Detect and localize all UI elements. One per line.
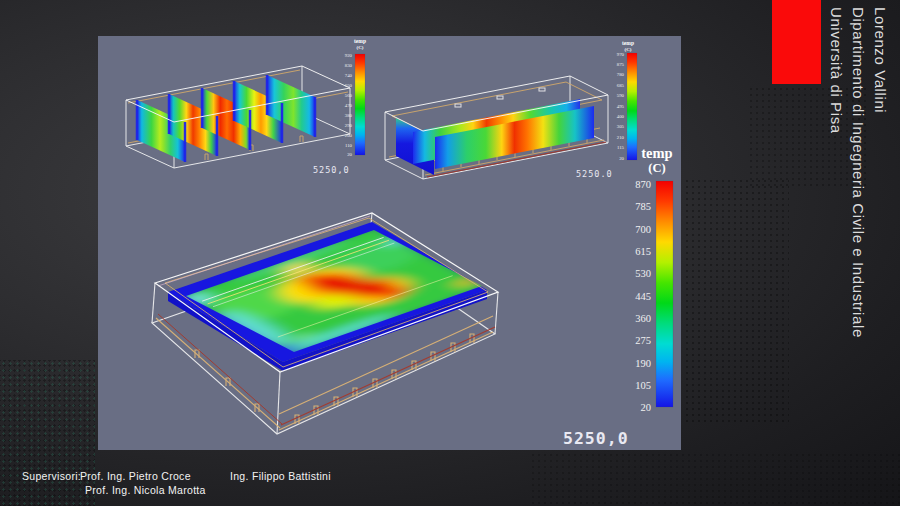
colorbar-gradient bbox=[627, 53, 637, 160]
colorbar-gradient bbox=[355, 54, 365, 155]
thermal-simulation-image: temp (C) 920 830 740 650 560 470 380 290… bbox=[98, 36, 681, 450]
colorbar-tick: 970 bbox=[617, 52, 625, 57]
colorbar-units: (C) bbox=[625, 47, 632, 52]
dot-texture bbox=[0, 360, 95, 506]
colorbar-tick: 20 bbox=[347, 152, 352, 157]
colorbar-units: (C) bbox=[357, 45, 364, 50]
author-university: Università di Pisa bbox=[825, 7, 847, 437]
colorbar-tick: 360 bbox=[635, 313, 651, 324]
cosupervisor: Ing. Filippo Battistini bbox=[230, 470, 331, 482]
colorbar-tick: 685 bbox=[617, 83, 625, 88]
colorbar-tick: 740 bbox=[345, 73, 353, 78]
colorbar-tick: 830 bbox=[345, 63, 353, 68]
colorbar-tick: 615 bbox=[635, 246, 651, 257]
building-view-plan-slice bbox=[152, 213, 498, 434]
sim-time-main: 5250,0 bbox=[563, 429, 629, 448]
colorbar-tick: 470 bbox=[345, 103, 353, 108]
dot-texture bbox=[684, 178, 789, 423]
author-credits: Lorenzo Vallini Dipartimento di Ingegner… bbox=[825, 7, 891, 437]
colorbar-tick: 275 bbox=[635, 335, 651, 346]
colorbar-tick: 305 bbox=[617, 124, 625, 129]
colorbar-tick: 875 bbox=[617, 62, 625, 67]
colorbar-tick: 20 bbox=[619, 156, 624, 161]
sim-time-view1: 5250,0 bbox=[313, 165, 350, 175]
presentation-slide: Lorenzo Vallini Dipartimento di Ingegner… bbox=[0, 0, 900, 506]
colorbar-tick: 870 bbox=[635, 179, 651, 190]
colorbar-tick: 700 bbox=[635, 224, 651, 235]
colorbar-tick: 785 bbox=[635, 201, 651, 212]
author-department: Dipartimento di Ingegneria Civile e Indu… bbox=[847, 7, 869, 437]
colorbar-tick: 590 bbox=[617, 93, 625, 98]
colorbar-tick: 110 bbox=[345, 143, 353, 148]
building-view-transverse-slices bbox=[126, 66, 350, 168]
colorbar-tick: 190 bbox=[635, 358, 651, 369]
colorbar-tick: 530 bbox=[635, 268, 651, 279]
colorbar-tick: 380 bbox=[345, 113, 353, 118]
supervisors-label: Supervisori: bbox=[22, 470, 81, 482]
building-view-longitudinal-slices bbox=[385, 76, 608, 179]
colorbar-title: temp bbox=[641, 145, 672, 161]
colorbar-tick: 200 bbox=[345, 133, 353, 138]
supervisor-1: Prof. Ing. Pietro Croce bbox=[80, 470, 191, 482]
colorbar-gradient bbox=[656, 181, 673, 407]
colorbar-tick: 210 bbox=[617, 135, 625, 140]
colorbar-tick: 105 bbox=[635, 380, 651, 391]
colorbar-view1: temp (C) 920 830 740 650 560 470 380 290… bbox=[345, 38, 366, 157]
accent-rect bbox=[772, 0, 821, 84]
colorbar-title: temp bbox=[622, 40, 634, 46]
sim-time-view2: 5250.0 bbox=[576, 169, 613, 179]
colorbar-view2: temp (C) 970 875 780 685 590 495 400 305… bbox=[617, 40, 637, 161]
colorbar-title: temp bbox=[354, 38, 366, 44]
colorbar-tick: 495 bbox=[617, 104, 625, 109]
colorbar-main: temp (C) 870 785 700 615 530 445 360 275… bbox=[635, 145, 673, 413]
colorbar-tick: 400 bbox=[617, 114, 625, 119]
dot-texture bbox=[530, 452, 900, 506]
colorbar-tick: 115 bbox=[617, 145, 625, 150]
colorbar-tick: 650 bbox=[345, 83, 353, 88]
colorbar-tick: 560 bbox=[345, 93, 353, 98]
colorbar-tick: 20 bbox=[641, 402, 652, 413]
author-name: Lorenzo Vallini bbox=[869, 7, 891, 437]
colorbar-tick: 780 bbox=[617, 72, 625, 77]
colorbar-tick: 290 bbox=[345, 123, 353, 128]
colorbar-tick: 445 bbox=[635, 291, 651, 302]
supervisor-2: Prof. Ing. Nicola Marotta bbox=[85, 484, 206, 496]
colorbar-units: (C) bbox=[648, 161, 665, 175]
colorbar-tick: 920 bbox=[345, 53, 353, 58]
